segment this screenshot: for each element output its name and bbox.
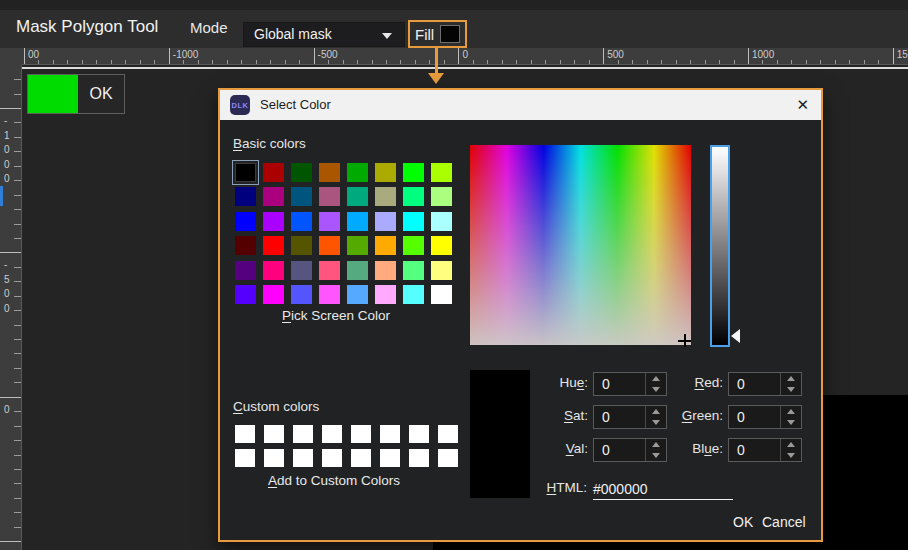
- ruler-tick: [343, 60, 344, 64]
- spin-down-icon[interactable]: [781, 450, 802, 461]
- basic-color-swatch[interactable]: [347, 163, 368, 182]
- spin-up-icon[interactable]: [781, 406, 802, 417]
- basic-color-swatch[interactable]: [403, 187, 424, 206]
- basic-color-swatch[interactable]: [375, 236, 396, 255]
- basic-color-swatch[interactable]: [347, 236, 368, 255]
- basic-color-swatch[interactable]: [263, 285, 284, 304]
- basic-color-swatch[interactable]: [291, 163, 312, 182]
- basic-color-swatch[interactable]: [375, 163, 396, 182]
- custom-color-swatch[interactable]: [293, 425, 313, 443]
- basic-color-swatch[interactable]: [347, 212, 368, 231]
- basic-color-swatch[interactable]: [403, 261, 424, 280]
- basic-color-swatch[interactable]: [431, 236, 452, 255]
- basic-color-swatch[interactable]: [403, 236, 424, 255]
- basic-color-swatch[interactable]: [319, 236, 340, 255]
- basic-color-swatch[interactable]: [235, 236, 256, 255]
- dialog-titlebar[interactable]: DLK Select Color ✕: [220, 90, 821, 120]
- basic-color-swatch[interactable]: [431, 187, 452, 206]
- value-slider-handle-icon[interactable]: [731, 329, 740, 343]
- basic-color-swatch[interactable]: [431, 163, 452, 182]
- basic-color-swatch[interactable]: [291, 187, 312, 206]
- basic-color-swatch[interactable]: [291, 236, 312, 255]
- polygon-ok-button[interactable]: OK: [78, 75, 124, 113]
- pick-screen-color-button[interactable]: Pick Screen Color: [282, 308, 390, 323]
- custom-color-swatch[interactable]: [235, 449, 255, 467]
- custom-color-swatch[interactable]: [322, 425, 342, 443]
- basic-color-swatch[interactable]: [347, 187, 368, 206]
- basic-color-swatch[interactable]: [347, 261, 368, 280]
- spin-up-icon[interactable]: [781, 373, 802, 384]
- custom-color-swatch[interactable]: [235, 425, 255, 443]
- basic-color-swatch[interactable]: [263, 163, 284, 182]
- custom-color-swatch[interactable]: [293, 449, 313, 467]
- basic-color-swatch[interactable]: [403, 212, 424, 231]
- basic-color-swatch[interactable]: [235, 285, 256, 304]
- basic-color-swatch[interactable]: [263, 261, 284, 280]
- basic-color-swatch[interactable]: [319, 163, 340, 182]
- basic-color-swatch[interactable]: [291, 285, 312, 304]
- hue-saturation-picker[interactable]: [470, 145, 691, 345]
- green-label: Green:: [643, 408, 723, 423]
- basic-color-swatch[interactable]: [375, 187, 396, 206]
- basic-color-swatch[interactable]: [235, 261, 256, 280]
- custom-color-swatch[interactable]: [409, 449, 429, 467]
- ruler-tick: [589, 60, 590, 64]
- spin-up-icon[interactable]: [781, 439, 802, 450]
- ruler-corner: [0, 48, 22, 65]
- basic-color-swatch[interactable]: [403, 163, 424, 182]
- custom-color-swatch[interactable]: [351, 449, 371, 467]
- val-label: Val:: [508, 441, 588, 456]
- app-window: Mask Polygon Tool Mode Global mask Fill …: [0, 0, 908, 550]
- basic-color-swatch[interactable]: [375, 261, 396, 280]
- basic-color-swatch[interactable]: [235, 187, 256, 206]
- basic-color-swatch[interactable]: [375, 212, 396, 231]
- basic-color-swatch[interactable]: [319, 261, 340, 280]
- ruler-tick: [14, 209, 21, 210]
- basic-color-swatch[interactable]: [375, 285, 396, 304]
- close-icon[interactable]: ✕: [796, 90, 809, 120]
- mode-dropdown[interactable]: Global mask: [243, 22, 405, 47]
- custom-color-swatch[interactable]: [351, 425, 371, 443]
- basic-color-swatch[interactable]: [431, 212, 452, 231]
- ruler-tick: [791, 60, 792, 64]
- html-color-input[interactable]: #000000: [593, 479, 733, 500]
- custom-color-swatch[interactable]: [322, 449, 342, 467]
- basic-color-swatch[interactable]: [347, 285, 368, 304]
- basic-color-swatch[interactable]: [319, 187, 340, 206]
- basic-color-swatch[interactable]: [263, 187, 284, 206]
- polygon-color-swatch[interactable]: [28, 75, 78, 113]
- custom-color-swatch[interactable]: [380, 425, 400, 443]
- blue-spinbox[interactable]: 0: [728, 438, 802, 462]
- basic-color-swatch[interactable]: [235, 212, 256, 231]
- cancel-button[interactable]: Cancel: [762, 514, 806, 530]
- custom-color-swatch[interactable]: [264, 449, 284, 467]
- basic-color-swatch[interactable]: [263, 212, 284, 231]
- basic-color-swatch[interactable]: [263, 236, 284, 255]
- picker-crosshair-handle[interactable]: [678, 334, 691, 347]
- spin-down-icon[interactable]: [781, 417, 802, 428]
- basic-color-swatch[interactable]: [235, 163, 256, 182]
- basic-color-swatch[interactable]: [431, 285, 452, 304]
- ruler-label: 1500: [897, 49, 908, 60]
- custom-color-swatch[interactable]: [438, 425, 458, 443]
- red-spinbox[interactable]: 0: [728, 372, 802, 396]
- basic-color-swatch[interactable]: [291, 261, 312, 280]
- basic-color-swatch[interactable]: [291, 212, 312, 231]
- basic-color-swatch[interactable]: [403, 285, 424, 304]
- custom-color-swatch[interactable]: [409, 425, 429, 443]
- spin-down-icon[interactable]: [781, 384, 802, 395]
- ok-button[interactable]: OK: [733, 514, 753, 530]
- basic-color-swatch[interactable]: [319, 285, 340, 304]
- ruler-tick: [676, 60, 677, 64]
- basic-color-swatch[interactable]: [431, 261, 452, 280]
- ruler-tick: [661, 60, 662, 64]
- custom-color-swatch[interactable]: [438, 449, 458, 467]
- custom-color-swatch[interactable]: [264, 425, 284, 443]
- ruler-tick: [241, 60, 242, 64]
- fill-color-swatch[interactable]: [440, 25, 460, 43]
- basic-color-swatch[interactable]: [319, 212, 340, 231]
- custom-color-swatch[interactable]: [380, 449, 400, 467]
- green-spinbox[interactable]: 0: [728, 405, 802, 429]
- add-to-custom-colors-button[interactable]: Add to Custom Colors: [268, 473, 400, 488]
- value-slider[interactable]: [710, 145, 730, 347]
